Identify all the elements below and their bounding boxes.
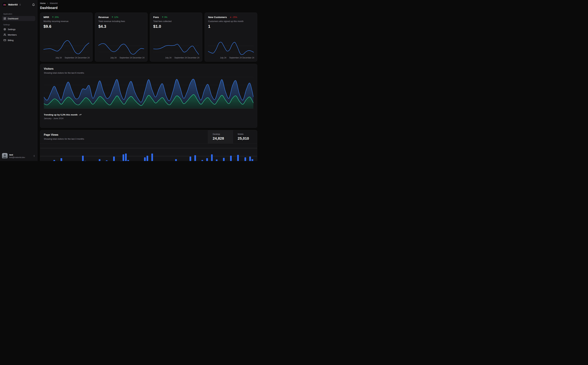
chevron-right-icon — [47, 2, 49, 4]
mobile-label: Mobile — [238, 133, 257, 135]
stat-card-value: $4.3 — [98, 24, 144, 29]
bar — [252, 159, 253, 161]
mobile-toggle[interactable]: Mobile 25,010 — [233, 130, 257, 143]
bar — [244, 157, 246, 161]
mobile-value: 25,010 — [238, 136, 257, 141]
stat-card-revenue: Revenue 12% Total revenue including fees… — [95, 13, 147, 62]
stat-card-title: New Customers — [208, 16, 227, 19]
makerkit-logo: m — [2, 2, 7, 7]
page-title: Dashboard — [40, 6, 257, 10]
desktop-toggle[interactable]: Desktop 24,828 — [208, 130, 233, 143]
x-tick: September 24 — [65, 56, 77, 59]
sparkline-svg — [153, 37, 199, 56]
sidebar-item-settings[interactable]: Settings — [2, 27, 35, 32]
x-axis-labels: July 24 September 24 December 24 — [43, 56, 89, 59]
stat-card-mrr: MRR 20% Monthly recurring revenue $9.6 J… — [40, 13, 93, 62]
app-root: m Makerkit Application Dashboard Setting… — [0, 0, 259, 161]
revenue-sparkline-chart: July 24 September 24 December 24 — [98, 37, 144, 59]
visitors-subtitle: Showing total visitors for the last 6 mo… — [44, 72, 253, 74]
bar — [113, 156, 115, 161]
bar — [249, 156, 251, 161]
bar — [127, 160, 129, 161]
bar — [120, 161, 122, 161]
x-tick: December 24 — [187, 56, 199, 59]
page-views-title: Page Views — [44, 133, 204, 136]
stat-card-title: Revenue — [98, 16, 109, 19]
stat-card-new-customers: New Customers -25% Customers who signed … — [205, 13, 257, 62]
main-content: Home Makerkit Dashboard MRR 20% Monthly … — [37, 0, 259, 161]
x-axis-labels: July 24 September 24 December 24 — [208, 56, 254, 59]
arrow-down-icon — [229, 16, 232, 18]
bar — [53, 160, 55, 161]
x-axis-labels: July 24 September 24 December 24 — [153, 56, 199, 59]
bar — [190, 156, 191, 161]
fees-sparkline-chart: July 24 September 24 December 24 — [153, 37, 199, 59]
mrr-sparkline-chart: July 24 September 24 December 24 — [43, 37, 89, 59]
user-info: test test@makerkit.dev — [9, 154, 25, 158]
visitors-footer: Trending up by 5.2% this month January -… — [44, 113, 253, 120]
bar — [125, 154, 127, 161]
x-axis-labels: July 24 September 24 December 24 — [98, 56, 144, 59]
sidebar-item-label: Billing — [8, 39, 14, 42]
x-tick: September 24 — [229, 56, 242, 59]
page-views-bar-chart — [44, 144, 253, 161]
visitors-area-chart — [44, 77, 253, 109]
gridline — [40, 156, 257, 157]
bar — [82, 156, 84, 161]
sparkline-svg — [208, 37, 254, 56]
arrow-up-icon — [162, 16, 164, 18]
breadcrumb-current: Makerkit — [50, 2, 58, 5]
x-tick: July 24 — [55, 56, 62, 59]
sidebar-nav: Application Dashboard Settings Settings … — [0, 9, 37, 151]
stat-card-subtitle: Total revenue including fees — [98, 20, 144, 22]
desktop-value: 24,828 — [213, 136, 233, 141]
trending-up-icon — [79, 113, 81, 116]
bar — [230, 156, 232, 161]
page-views-header: Page Views Showing total visitors for th… — [40, 130, 257, 144]
nav-group-label-settings: Settings — [3, 24, 34, 26]
visitors-card: Visitors Showing total visitors for the … — [40, 64, 257, 128]
stat-card-subtitle: Customers who signed up this month — [208, 20, 254, 22]
bar — [216, 160, 217, 161]
bar — [151, 154, 153, 161]
trend-badge: 20% — [52, 16, 59, 18]
bar — [146, 156, 148, 161]
x-tick: December 24 — [78, 56, 90, 59]
stat-card-title: MRR — [43, 16, 49, 19]
trend-value: 12% — [114, 16, 118, 18]
x-tick: July 24 — [110, 56, 117, 59]
user-avatar — [2, 153, 8, 159]
notifications-bell-icon[interactable] — [32, 3, 35, 6]
bar — [237, 155, 239, 161]
gridline — [208, 52, 254, 52]
sidebar-item-label: Dashboard — [8, 17, 18, 20]
visitors-title: Visitors — [44, 67, 253, 70]
gear-icon — [3, 28, 6, 31]
workspace-selector[interactable]: m Makerkit — [0, 0, 37, 9]
stat-card-value: $9.6 — [43, 24, 89, 29]
trend-badge: 9% — [162, 16, 167, 18]
stat-card-subtitle: Total fees collected — [153, 20, 199, 22]
arrow-up-icon — [111, 16, 113, 18]
x-tick: December 24 — [242, 56, 254, 59]
sidebar-item-members[interactable]: Members — [2, 32, 35, 37]
stat-card-value: 1 — [208, 24, 254, 29]
arrow-up-icon — [52, 16, 54, 18]
gridline — [98, 46, 144, 46]
user-email: test@makerkit.dev — [9, 156, 25, 158]
gridline — [153, 52, 199, 52]
stat-card-subtitle: Monthly recurring revenue — [43, 20, 89, 22]
user-name: test — [9, 154, 25, 156]
users-icon — [3, 33, 6, 36]
visitors-trend-text: Trending up by 5.2% this month — [44, 113, 78, 116]
sidebar-item-dashboard[interactable]: Dashboard — [2, 16, 35, 21]
bar — [201, 160, 203, 161]
stat-cards-row: MRR 20% Monthly recurring revenue $9.6 J… — [40, 13, 257, 62]
breadcrumb-home-link[interactable]: Home — [40, 2, 46, 5]
user-menu-button[interactable]: test test@makerkit.dev — [0, 151, 37, 161]
trend-badge: 12% — [111, 16, 118, 18]
stat-card-fees: Fees 9% Total fees collected $1.0 July 2… — [150, 13, 202, 62]
gridline — [43, 52, 89, 52]
sidebar-item-billing[interactable]: Billing — [2, 38, 35, 43]
trend-badge: -25% — [229, 16, 237, 18]
